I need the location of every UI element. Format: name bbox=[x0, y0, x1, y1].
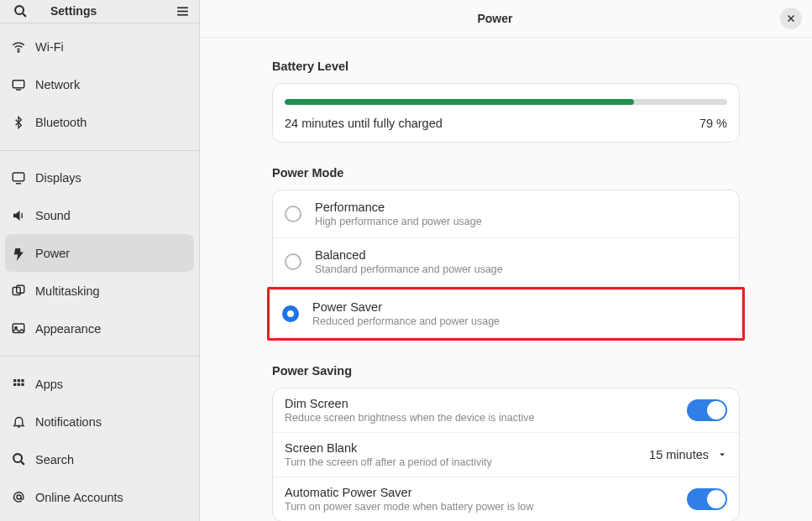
svg-line-1 bbox=[22, 13, 25, 17]
sidebar-item-online-accounts[interactable]: Online Accounts bbox=[0, 478, 199, 516]
sidebar-title: Settings bbox=[50, 4, 172, 18]
radio-icon bbox=[285, 206, 301, 222]
page-title: Power bbox=[210, 12, 780, 25]
nav-list: Wi-Fi Network Bluetooth bbox=[0, 23, 199, 147]
nav-label: Bluetooth bbox=[35, 116, 86, 129]
svg-rect-7 bbox=[16, 90, 21, 91]
setting-title: Automatic Power Saver bbox=[285, 486, 687, 499]
sidebar-item-search[interactable]: Search bbox=[0, 440, 199, 478]
power-mode-performance[interactable]: Performance High performance and power u… bbox=[273, 190, 739, 238]
appearance-icon bbox=[10, 320, 27, 337]
sidebar: Settings Wi-Fi Network Bluetooth Display… bbox=[0, 0, 200, 521]
setting-subtitle: Turn the screen off after a period of in… bbox=[285, 456, 649, 468]
highlighted-selection: Power Saver Reduced performance and powe… bbox=[267, 287, 745, 341]
at-icon bbox=[10, 489, 27, 506]
sidebar-item-appearance[interactable]: Appearance bbox=[0, 310, 199, 347]
svg-rect-14 bbox=[13, 379, 16, 382]
radio-icon bbox=[285, 253, 301, 270]
battery-percent-text: 79 % bbox=[699, 117, 727, 130]
chevron-down-icon bbox=[717, 450, 727, 460]
setting-subtitle: Turn on power saver mode when battery po… bbox=[285, 501, 687, 513]
svg-rect-15 bbox=[18, 379, 20, 382]
nav-label: Wi-Fi bbox=[35, 40, 64, 54]
battery-status-text: 24 minutes until fully charged bbox=[285, 117, 443, 130]
sidebar-item-network[interactable]: Network bbox=[0, 66, 199, 104]
nav-separator bbox=[0, 356, 199, 357]
wifi-icon bbox=[10, 39, 27, 55]
battery-info-row: 24 minutes until fully charged 79 % bbox=[285, 117, 727, 130]
displays-icon bbox=[10, 169, 27, 186]
dim-screen-row[interactable]: Dim Screen Reduce screen brightness when… bbox=[273, 388, 739, 433]
sidebar-item-bluetooth[interactable]: Bluetooth bbox=[0, 104, 199, 142]
power-mode-section-title: Power Mode bbox=[272, 166, 740, 180]
battery-card: 24 minutes until fully charged 79 % bbox=[272, 83, 740, 143]
apps-icon bbox=[10, 376, 27, 393]
bluetooth-icon bbox=[10, 114, 27, 131]
screen-blank-dropdown[interactable]: 15 minutes bbox=[649, 448, 727, 461]
power-mode-card-selected: Power Saver Reduced performance and powe… bbox=[270, 289, 742, 338]
dim-screen-toggle[interactable] bbox=[687, 399, 727, 421]
nav-label: Notifications bbox=[35, 415, 102, 429]
sidebar-header: Settings bbox=[0, 0, 199, 23]
automatic-power-saver-toggle[interactable] bbox=[687, 488, 727, 510]
power-mode-balanced[interactable]: Balanced Standard performance and power … bbox=[273, 238, 739, 285]
battery-progress-fill bbox=[285, 99, 634, 105]
nav-label: Apps bbox=[35, 378, 63, 391]
sidebar-item-sound[interactable]: Sound bbox=[0, 196, 199, 234]
power-saving-card: Dim Screen Reduce screen brightness when… bbox=[272, 388, 740, 521]
svg-rect-16 bbox=[21, 379, 24, 382]
svg-rect-19 bbox=[21, 383, 24, 385]
sidebar-item-apps[interactable]: Apps bbox=[0, 365, 199, 403]
close-button[interactable] bbox=[780, 8, 802, 29]
search-icon[interactable] bbox=[10, 1, 30, 21]
setting-title: Screen Blank bbox=[285, 441, 649, 455]
nav-label: Sound bbox=[35, 209, 71, 222]
notifications-icon bbox=[10, 414, 27, 430]
sidebar-item-notifications[interactable]: Notifications bbox=[0, 403, 199, 440]
battery-section-title: Battery Level bbox=[272, 60, 740, 73]
radio-title: Performance bbox=[315, 201, 482, 214]
svg-rect-17 bbox=[13, 383, 16, 385]
svg-rect-6 bbox=[13, 81, 24, 88]
power-saving-section-title: Power Saving bbox=[272, 364, 740, 378]
nav-list-3: Apps Notifications Search Online Account… bbox=[0, 360, 199, 521]
content-header: Power bbox=[200, 0, 812, 38]
svg-rect-8 bbox=[13, 173, 24, 181]
nav-label: Power bbox=[35, 247, 70, 260]
content-body: Battery Level 24 minutes until fully cha… bbox=[200, 38, 812, 521]
power-mode-power-saver[interactable]: Power Saver Reduced performance and powe… bbox=[270, 290, 741, 337]
svg-point-0 bbox=[15, 6, 24, 14]
power-icon bbox=[10, 245, 27, 262]
svg-point-22 bbox=[17, 495, 21, 499]
nav-label: Appearance bbox=[35, 322, 101, 336]
nav-label: Displays bbox=[35, 171, 81, 185]
svg-line-21 bbox=[20, 461, 24, 465]
automatic-power-saver-row[interactable]: Automatic Power Saver Turn on power save… bbox=[273, 477, 739, 521]
svg-rect-18 bbox=[18, 383, 20, 385]
search-nav-icon bbox=[10, 451, 27, 468]
dropdown-value: 15 minutes bbox=[649, 448, 709, 461]
battery-progress bbox=[285, 99, 727, 105]
multitasking-icon bbox=[10, 283, 27, 300]
radio-icon bbox=[282, 305, 299, 322]
content: Power Battery Level 24 minutes until ful… bbox=[200, 0, 812, 521]
nav-label: Online Accounts bbox=[35, 491, 123, 504]
nav-label: Multitasking bbox=[35, 284, 100, 298]
svg-point-5 bbox=[18, 51, 19, 53]
hamburger-icon[interactable] bbox=[172, 1, 192, 21]
radio-title: Power Saver bbox=[312, 300, 500, 314]
nav-list-2: Displays Sound Power Multitasking Appear… bbox=[0, 154, 199, 352]
sidebar-item-displays[interactable]: Displays bbox=[0, 159, 199, 196]
sound-icon bbox=[10, 207, 27, 224]
power-mode-card: Performance High performance and power u… bbox=[272, 190, 740, 285]
sidebar-item-wifi[interactable]: Wi-Fi bbox=[0, 29, 199, 66]
radio-subtitle: Reduced performance and power usage bbox=[312, 315, 500, 327]
radio-subtitle: Standard performance and power usage bbox=[315, 263, 503, 275]
sidebar-item-multitasking[interactable]: Multitasking bbox=[0, 272, 199, 310]
svg-point-20 bbox=[13, 454, 22, 462]
sidebar-item-power[interactable]: Power bbox=[5, 234, 194, 272]
nav-separator bbox=[0, 150, 199, 151]
radio-subtitle: High performance and power usage bbox=[315, 216, 482, 227]
screen-blank-row[interactable]: Screen Blank Turn the screen off after a… bbox=[273, 433, 739, 477]
network-icon bbox=[10, 76, 27, 93]
